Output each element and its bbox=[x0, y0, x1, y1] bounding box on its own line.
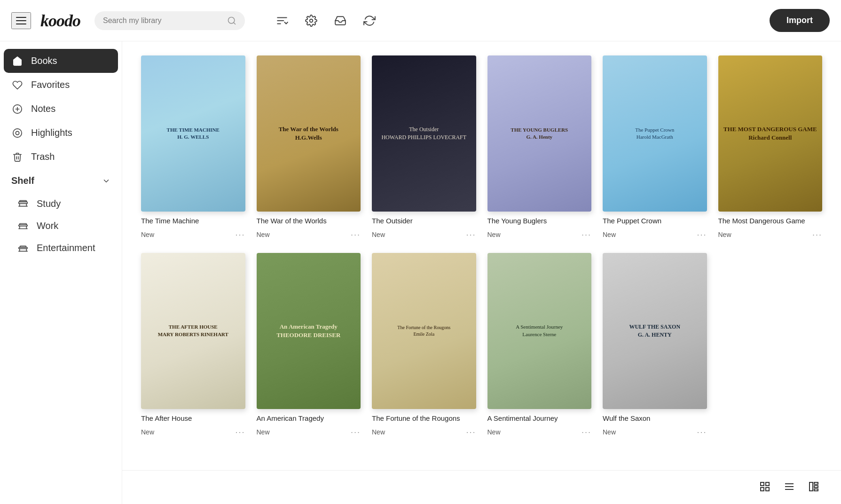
sidebar-trash-label: Trash bbox=[31, 151, 55, 162]
book-cover-text: THE YOUNG BUGLERS G. A. Henty bbox=[511, 126, 568, 141]
sidebar-item-highlights[interactable]: Highlights bbox=[0, 121, 122, 145]
book-title: The Time Machine bbox=[141, 216, 245, 226]
book-more-button[interactable]: ··· bbox=[351, 230, 361, 239]
book-cover: WULF THE SAXON G. A. HENTY bbox=[603, 253, 707, 409]
list-view-button[interactable] bbox=[781, 478, 798, 496]
grid-view-button[interactable] bbox=[756, 478, 773, 496]
sidebar-item-trash[interactable]: Trash bbox=[0, 145, 122, 169]
settings-button[interactable] bbox=[302, 12, 320, 30]
search-bar bbox=[94, 11, 245, 30]
sidebar-item-entertainment[interactable]: Entertainment bbox=[0, 237, 122, 259]
book-status: New bbox=[257, 428, 270, 436]
book-meta: New ··· bbox=[257, 230, 361, 239]
book-item[interactable]: THE MOST DANGEROUS GAME Richard Connell … bbox=[718, 55, 823, 239]
sidebar-item-notes[interactable]: Notes bbox=[0, 97, 122, 121]
sidebar-entertainment-label: Entertainment bbox=[37, 243, 95, 253]
work-icon bbox=[17, 221, 29, 231]
book-cover-text: The Fortune of the Rougons Emile Zola bbox=[397, 324, 450, 338]
books-grid-container: THE TIME MACHINE H. G. WELLS The Time Ma… bbox=[122, 41, 841, 470]
sidebar-books-label: Books bbox=[31, 55, 57, 66]
sidebar-study-label: Study bbox=[37, 198, 61, 209]
book-item[interactable]: A Sentimental Journey Laurence Sterne A … bbox=[487, 253, 592, 436]
book-item[interactable]: The Puppet Crown Harold MacGrath The Pup… bbox=[603, 55, 707, 239]
trash-icon bbox=[11, 152, 24, 162]
sort-button[interactable] bbox=[273, 12, 291, 30]
book-cover: THE TIME MACHINE H. G. WELLS bbox=[141, 55, 245, 212]
book-more-button[interactable]: ··· bbox=[466, 428, 476, 436]
book-more-button[interactable]: ··· bbox=[697, 230, 707, 239]
book-item[interactable]: The Outsider HOWARD PHILLIPS LOVECRAFT T… bbox=[372, 55, 476, 239]
heart-icon bbox=[11, 80, 24, 90]
book-more-button[interactable]: ··· bbox=[582, 230, 591, 239]
home-icon bbox=[11, 56, 24, 66]
book-status: New bbox=[141, 231, 154, 238]
book-more-button[interactable]: ··· bbox=[235, 428, 245, 436]
book-meta: New ··· bbox=[141, 230, 245, 239]
book-more-button[interactable]: ··· bbox=[235, 230, 245, 239]
sidebar-item-work[interactable]: Work bbox=[0, 215, 122, 237]
book-cover: THE YOUNG BUGLERS G. A. Henty bbox=[487, 55, 592, 212]
book-item[interactable]: THE YOUNG BUGLERS G. A. Henty The Young … bbox=[487, 55, 592, 239]
svg-rect-28 bbox=[761, 488, 764, 491]
search-icon bbox=[227, 16, 236, 25]
svg-rect-26 bbox=[761, 482, 764, 486]
book-title: Wulf the Saxon bbox=[603, 414, 707, 423]
menu-button[interactable] bbox=[11, 12, 31, 29]
book-item[interactable]: THE TIME MACHINE H. G. WELLS The Time Ma… bbox=[141, 55, 245, 239]
import-button[interactable]: Import bbox=[770, 9, 830, 32]
shelf-section-header[interactable]: Shelf bbox=[0, 169, 122, 193]
book-cover: THE MOST DANGEROUS GAME Richard Connell bbox=[718, 55, 823, 212]
svg-rect-36 bbox=[814, 489, 818, 491]
notes-icon bbox=[11, 104, 24, 114]
book-meta: New ··· bbox=[603, 428, 707, 436]
book-meta: New ··· bbox=[141, 428, 245, 436]
sidebar-favorites-label: Favorites bbox=[31, 79, 70, 90]
book-item[interactable]: The Fortune of the Rougons Emile Zola Th… bbox=[372, 253, 476, 436]
svg-rect-17 bbox=[20, 223, 27, 225]
entertainment-icon bbox=[17, 243, 29, 253]
book-item[interactable]: An American Tragedy THEODORE DREISER An … bbox=[257, 253, 361, 436]
search-input[interactable] bbox=[103, 16, 222, 25]
inbox-button[interactable] bbox=[331, 12, 349, 30]
book-item[interactable]: The War of the Worlds H.G.Wells The War … bbox=[257, 55, 361, 239]
book-status: New bbox=[257, 231, 270, 238]
svg-point-10 bbox=[16, 131, 19, 134]
book-more-button[interactable]: ··· bbox=[351, 428, 361, 436]
book-title: The Young Buglers bbox=[487, 216, 592, 226]
book-item[interactable]: WULF THE SAXON G. A. HENTY Wulf the Saxo… bbox=[603, 253, 707, 436]
sidebar-item-books[interactable]: Books bbox=[4, 49, 118, 73]
book-meta: New ··· bbox=[603, 230, 707, 239]
book-title: The Puppet Crown bbox=[603, 216, 707, 226]
sidebar-item-study[interactable]: Study bbox=[0, 193, 122, 215]
sidebar-work-label: Work bbox=[37, 220, 58, 231]
logo: koodo bbox=[40, 11, 80, 31]
book-status: New bbox=[372, 231, 385, 238]
svg-rect-34 bbox=[814, 482, 818, 484]
book-title: The War of the Worlds bbox=[257, 216, 361, 226]
book-meta: New ··· bbox=[487, 428, 592, 436]
book-more-button[interactable]: ··· bbox=[582, 428, 591, 436]
book-cover: The Fortune of the Rougons Emile Zola bbox=[372, 253, 476, 409]
book-item[interactable]: THE AFTER HOUSE MARY ROBERTS RINEHART Th… bbox=[141, 253, 245, 436]
book-cover: The War of the Worlds H.G.Wells bbox=[257, 55, 361, 212]
detail-view-button[interactable] bbox=[805, 478, 822, 496]
book-meta: New ··· bbox=[718, 230, 823, 239]
book-status: New bbox=[603, 428, 616, 436]
book-more-button[interactable]: ··· bbox=[466, 230, 476, 239]
content-footer bbox=[122, 470, 841, 504]
sidebar-item-favorites[interactable]: Favorites bbox=[0, 73, 122, 97]
book-meta: New ··· bbox=[487, 230, 592, 239]
svg-rect-29 bbox=[766, 488, 769, 491]
book-more-button[interactable]: ··· bbox=[697, 428, 707, 436]
book-cover: The Puppet Crown Harold MacGrath bbox=[603, 55, 707, 212]
chevron-down-icon bbox=[102, 177, 110, 185]
book-cover-text: The Outsider HOWARD PHILLIPS LOVECRAFT bbox=[381, 126, 466, 142]
sync-button[interactable] bbox=[361, 12, 378, 30]
book-cover-text: A Sentimental Journey Laurence Sterne bbox=[516, 323, 563, 338]
book-cover: The Outsider HOWARD PHILLIPS LOVECRAFT bbox=[372, 55, 476, 212]
book-more-button[interactable]: ··· bbox=[812, 230, 822, 239]
book-cover: A Sentimental Journey Laurence Sterne bbox=[487, 253, 592, 409]
shelf-label: Shelf bbox=[11, 175, 34, 186]
book-title: An American Tragedy bbox=[257, 414, 361, 423]
book-status: New bbox=[141, 428, 154, 436]
